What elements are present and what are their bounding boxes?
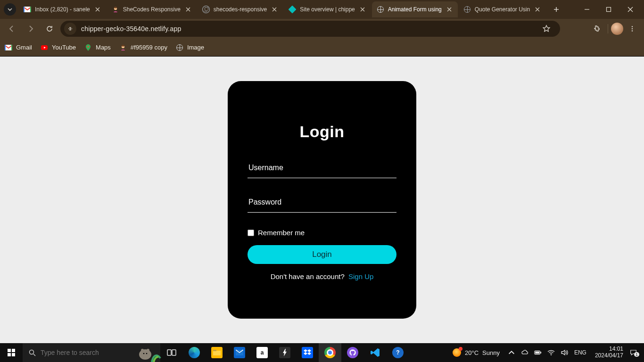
svg-point-37 — [551, 354, 552, 355]
taskbar-app-chrome[interactable] — [319, 343, 341, 362]
taskbar-app-edge[interactable] — [183, 343, 206, 362]
chevron-down-icon — [7, 7, 13, 12]
tab-shecodes[interactable]: SheCodes Responsive — [107, 1, 197, 17]
tray-date: 2024/04/17 — [595, 353, 623, 359]
svg-point-27 — [143, 353, 145, 354]
reload-button[interactable] — [41, 21, 58, 37]
taskbar-search-input[interactable] — [41, 349, 135, 356]
tab-netlify[interactable]: Site overview | chippe — [284, 1, 371, 17]
address-bar[interactable]: chipper-gecko-35640e.netlify.app — [60, 21, 560, 37]
bookmark-color-copy[interactable]: #f95959 copy — [119, 44, 167, 51]
maximize-button[interactable] — [598, 0, 619, 19]
tray-clock[interactable]: 14:01 2024/04/17 — [591, 346, 627, 359]
new-tab-button[interactable] — [550, 3, 563, 16]
svg-rect-29 — [167, 350, 171, 355]
weather-description: Sunny — [482, 349, 500, 356]
username-input[interactable] — [248, 160, 396, 178]
svg-rect-6 — [289, 6, 296, 13]
tab-inbox[interactable]: Inbox (2,820) - sanele — [19, 1, 106, 17]
url-text: chipper-gecko-35640e.netlify.app — [81, 25, 181, 33]
tab-github-repo[interactable]: shecodes-responsive — [198, 1, 283, 17]
svg-rect-19 — [8, 349, 11, 352]
tray-onedrive-icon[interactable] — [520, 347, 530, 358]
login-card: Login Username Password Remember me Logi… — [228, 81, 416, 319]
svg-rect-13 — [5, 45, 6, 50]
svg-point-9 — [632, 26, 633, 27]
forward-button[interactable] — [23, 21, 39, 37]
bookmark-image[interactable]: Image — [176, 44, 204, 51]
bookmark-star-button[interactable] — [539, 22, 553, 36]
search-mascot-icon — [135, 343, 161, 362]
tab-close-button[interactable] — [94, 6, 101, 13]
globe-icon — [463, 6, 471, 13]
taskbar-app-help[interactable]: ? — [387, 343, 409, 362]
minimize-button[interactable] — [576, 0, 598, 19]
taskbar-pinned-apps: a ? — [160, 343, 409, 362]
svg-rect-14 — [11, 45, 12, 50]
search-icon — [28, 349, 36, 356]
svg-rect-36 — [535, 352, 539, 354]
tray-volume-icon[interactable] — [559, 347, 570, 358]
taskbar-app-vscode[interactable] — [364, 343, 387, 362]
chrome-menu-button[interactable] — [624, 21, 640, 37]
taskbar-app-file-explorer[interactable] — [206, 343, 228, 362]
svg-rect-1 — [24, 7, 25, 12]
svg-point-8 — [70, 28, 71, 30]
tab-title: shecodes-responsive — [214, 6, 267, 13]
weather-temperature: 20°C — [465, 349, 479, 356]
taskbar-app-github-desktop[interactable] — [341, 343, 364, 362]
taskbar-app-mail[interactable] — [228, 343, 251, 362]
remember-me-row[interactable]: Remember me — [248, 229, 396, 237]
notification-badge: 1 — [634, 352, 639, 357]
tab-title: Inbox (2,820) - sanele — [35, 6, 90, 13]
tray-chevron-button[interactable] — [506, 347, 517, 358]
tab-close-button[interactable] — [271, 6, 278, 13]
svg-rect-4 — [114, 7, 117, 8]
back-button[interactable] — [4, 21, 20, 37]
taskbar-app-flash[interactable] — [273, 343, 296, 362]
extensions-button[interactable] — [589, 21, 605, 37]
svg-point-10 — [632, 28, 633, 29]
signup-link[interactable]: Sign Up — [348, 272, 373, 280]
bookmark-maps[interactable]: Maps — [84, 44, 111, 51]
bookmark-gmail[interactable]: Gmail — [5, 44, 32, 51]
action-center-button[interactable]: 1 — [630, 346, 642, 359]
svg-rect-35 — [540, 352, 541, 354]
task-view-button[interactable] — [160, 343, 183, 362]
tab-title: Animated Form using — [388, 6, 442, 13]
tab-close-button[interactable] — [184, 6, 192, 13]
close-window-button[interactable] — [619, 0, 641, 19]
tab-animated-form[interactable]: Animated Form using — [372, 1, 458, 17]
bookmark-label: Gmail — [16, 44, 32, 51]
tab-close-button[interactable] — [359, 6, 366, 13]
svg-point-26 — [147, 349, 149, 352]
tab-close-button[interactable] — [446, 6, 453, 13]
remember-me-checkbox[interactable] — [248, 230, 254, 236]
start-button[interactable] — [0, 343, 23, 362]
tab-close-button[interactable] — [534, 6, 541, 13]
github-icon — [202, 6, 210, 13]
browser-chrome: Inbox (2,820) - sanele SheCodes Responsi… — [0, 0, 644, 57]
svg-rect-7 — [607, 8, 611, 12]
svg-rect-22 — [12, 353, 15, 356]
bookmark-youtube[interactable]: YouTube — [41, 44, 76, 51]
password-input[interactable] — [248, 194, 396, 213]
tray-battery-icon[interactable] — [533, 347, 543, 358]
tabs-dropdown-button[interactable] — [4, 3, 16, 16]
taskbar-weather[interactable]: 20°C Sunny — [449, 348, 504, 357]
gmail-icon — [5, 44, 12, 51]
tray-language[interactable]: ENG — [572, 349, 588, 356]
taskbar-app-dropbox[interactable] — [296, 343, 319, 362]
taskbar-search[interactable] — [23, 343, 160, 362]
maps-icon — [84, 44, 92, 51]
login-button[interactable]: Login — [248, 245, 396, 264]
site-info-button[interactable] — [64, 23, 76, 35]
taskbar-app-amazon[interactable]: a — [251, 343, 273, 362]
gmail-icon — [24, 6, 31, 13]
toolbar-divider — [608, 24, 608, 33]
tray-wifi-icon[interactable] — [546, 347, 556, 358]
profile-avatar-button[interactable] — [611, 23, 623, 35]
globe-icon — [176, 44, 183, 51]
username-field-wrapper: Username — [248, 160, 396, 178]
tab-quote-generator[interactable]: Quote Generator Usin — [459, 1, 546, 17]
